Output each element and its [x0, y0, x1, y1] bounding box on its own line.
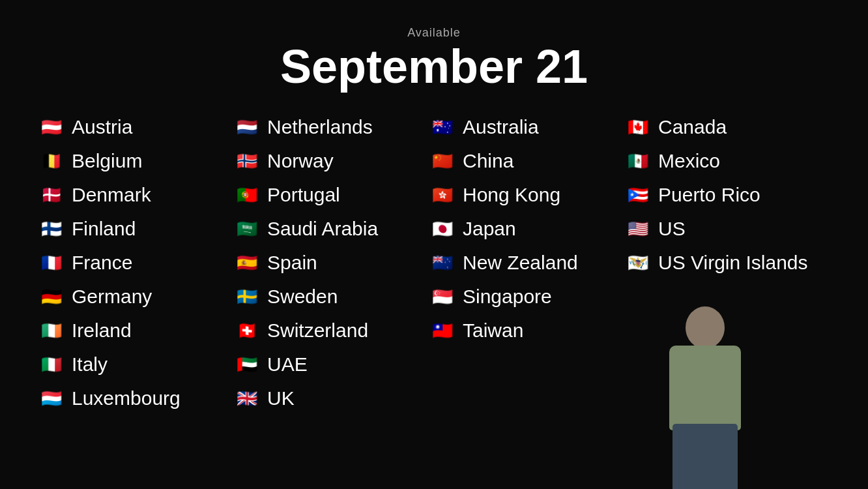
column-col3: 🇦🇺Australia🇨🇳China🇭🇰Hong Kong🇯🇵Japan🇳🇿Ne…	[430, 112, 626, 413]
country-name: Puerto Rico	[658, 184, 760, 206]
country-flag: 🇮🇹	[39, 352, 64, 377]
date-title: September 21	[0, 41, 868, 93]
country-flag: 🇦🇪	[235, 352, 259, 377]
list-item: 🇱🇺Luxembourg	[39, 383, 235, 413]
list-item: 🇵🇹Portugal	[235, 180, 430, 210]
country-name: Luxembourg	[72, 387, 181, 409]
country-flag: 🇨🇦	[626, 115, 650, 140]
country-flag: 🇳🇿	[430, 250, 455, 275]
list-item: 🇳🇿New Zealand	[430, 248, 626, 278]
presenter-head	[686, 306, 725, 349]
country-flag: 🇱🇺	[39, 386, 64, 411]
list-item: 🇦🇺Australia	[430, 112, 626, 142]
country-name: UAE	[267, 353, 308, 376]
country-name: New Zealand	[463, 252, 578, 274]
header: Available September 21	[0, 0, 868, 93]
list-item: 🇩🇰Denmark	[39, 180, 235, 210]
country-flag: 🇺🇸	[626, 216, 650, 241]
country-flag: 🇲🇽	[626, 149, 650, 173]
country-name: Belgium	[72, 150, 142, 172]
list-item: 🇩🇪Germany	[39, 282, 235, 312]
list-item: 🇦🇪UAE	[235, 349, 430, 379]
country-name: Ireland	[72, 319, 132, 342]
country-name: Netherlands	[267, 116, 373, 138]
list-item: 🇧🇪Belgium	[39, 146, 235, 176]
country-flag: 🇩🇰	[39, 183, 64, 207]
country-flag: 🇸🇬	[430, 284, 455, 309]
country-name: US Virgin Islands	[658, 252, 808, 274]
country-flag: 🇸🇦	[235, 216, 259, 241]
country-flag: 🇭🇰	[430, 183, 455, 207]
country-name: Australia	[463, 116, 539, 138]
list-item: 🇳🇴Norway	[235, 146, 430, 176]
country-flag: 🇮🇪	[39, 318, 64, 343]
list-item: 🇻🇮US Virgin Islands	[626, 248, 821, 278]
list-item: 🇫🇷France	[39, 248, 235, 278]
country-flag: 🇵🇷	[626, 183, 650, 207]
country-flag: 🇬🇧	[235, 386, 259, 411]
country-name: Norway	[267, 150, 334, 172]
country-name: Portugal	[267, 184, 340, 206]
country-name: UK	[267, 387, 295, 409]
list-item: 🇨🇳China	[430, 146, 626, 176]
country-name: Italy	[72, 353, 108, 376]
country-flag: 🇪🇸	[235, 250, 259, 275]
available-label: Available	[0, 26, 868, 40]
list-item: 🇪🇸Spain	[235, 248, 430, 278]
country-flag: 🇨🇳	[430, 149, 455, 173]
presenter	[640, 306, 770, 489]
list-item: 🇨🇭Switzerland	[235, 316, 430, 346]
country-flag: 🇻🇮	[626, 250, 650, 275]
country-name: Switzerland	[267, 319, 368, 342]
country-flag: 🇨🇭	[235, 318, 259, 343]
presenter-legs	[673, 424, 738, 489]
list-item: 🇬🇧UK	[235, 383, 430, 413]
country-name: Sweden	[267, 286, 338, 308]
country-flag: 🇯🇵	[430, 216, 455, 241]
country-flag: 🇵🇹	[235, 183, 259, 207]
country-name: France	[72, 252, 132, 274]
country-flag: 🇦🇹	[39, 115, 64, 140]
country-name: Mexico	[658, 150, 720, 172]
list-item: 🇮🇹Italy	[39, 349, 235, 379]
list-item: 🇸🇬Singapore	[430, 282, 626, 312]
column-col2: 🇳🇱Netherlands🇳🇴Norway🇵🇹Portugal🇸🇦Saudi A…	[235, 112, 430, 413]
list-item: 🇫🇮Finland	[39, 214, 235, 244]
list-item: 🇲🇽Mexico	[626, 146, 821, 176]
column-col1: 🇦🇹Austria🇧🇪Belgium🇩🇰Denmark🇫🇮Finland🇫🇷Fr…	[39, 112, 235, 413]
country-name: Denmark	[72, 184, 151, 206]
list-item: 🇺🇸US	[626, 214, 821, 244]
list-item: 🇹🇼Taiwan	[430, 316, 626, 346]
presenter-torso	[669, 346, 741, 430]
country-name: Saudi Arabia	[267, 218, 378, 240]
country-name: Germany	[72, 286, 152, 308]
country-name: Canada	[658, 116, 727, 138]
list-item: 🇯🇵Japan	[430, 214, 626, 244]
list-item: 🇦🇹Austria	[39, 112, 235, 142]
country-name: China	[463, 150, 514, 172]
country-name: Hong Kong	[463, 184, 560, 206]
country-flag: 🇫🇮	[39, 216, 64, 241]
list-item: 🇸🇪Sweden	[235, 282, 430, 312]
country-name: Singapore	[463, 286, 552, 308]
country-name: Japan	[463, 218, 516, 240]
country-flag: 🇫🇷	[39, 250, 64, 275]
list-item: 🇵🇷Puerto Rico	[626, 180, 821, 210]
list-item: 🇭🇰Hong Kong	[430, 180, 626, 210]
country-flag: 🇧🇪	[39, 149, 64, 173]
list-item: 🇨🇦Canada	[626, 112, 821, 142]
country-flag: 🇳🇱	[235, 115, 259, 140]
country-name: Spain	[267, 252, 317, 274]
country-name: Finland	[72, 218, 136, 240]
country-name: Taiwan	[463, 319, 523, 342]
country-flag: 🇩🇪	[39, 284, 64, 309]
list-item: 🇸🇦Saudi Arabia	[235, 214, 430, 244]
list-item: 🇮🇪Ireland	[39, 316, 235, 346]
country-name: Austria	[72, 116, 132, 138]
list-item: 🇳🇱Netherlands	[235, 112, 430, 142]
country-flag: 🇳🇴	[235, 149, 259, 173]
country-name: US	[658, 218, 686, 240]
country-flag: 🇦🇺	[430, 115, 455, 140]
country-flag: 🇸🇪	[235, 284, 259, 309]
country-flag: 🇹🇼	[430, 318, 455, 343]
